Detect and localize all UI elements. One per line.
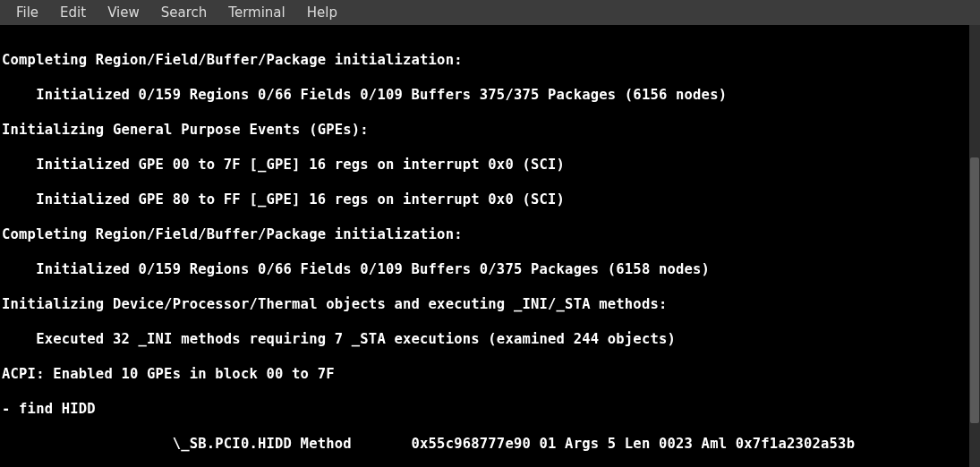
menu-view[interactable]: View <box>97 1 150 24</box>
terminal-line: \_SB.PCI0.HIDD Method 0x55c968777e90 01 … <box>0 436 980 454</box>
terminal-line: Initialized 0/159 Regions 0/66 Fields 0/… <box>0 87 980 105</box>
terminal-output[interactable]: Completing Region/Field/Buffer/Package i… <box>0 25 980 467</box>
menu-file[interactable]: File <box>5 1 49 24</box>
terminal-line: Initialized 0/159 Regions 0/66 Fields 0/… <box>0 261 980 279</box>
menu-terminal[interactable]: Terminal <box>217 1 295 24</box>
terminal-line: Initializing General Purpose Events (GPE… <box>0 122 980 140</box>
terminal-line: Initialized GPE 80 to FF [_GPE] 16 regs … <box>0 191 980 209</box>
menu-help[interactable]: Help <box>296 1 348 24</box>
terminal-line: Executed 32 _INI methods requiring 7 _ST… <box>0 331 980 349</box>
terminal-line: Completing Region/Field/Buffer/Package i… <box>0 226 980 244</box>
terminal-line: Completing Region/Field/Buffer/Package i… <box>0 52 980 70</box>
terminal-line: - find HIDD <box>0 401 980 419</box>
terminal-line: ACPI: Enabled 10 GPEs in block 00 to 7F <box>0 366 980 384</box>
menu-edit[interactable]: Edit <box>49 1 97 24</box>
scrollbar-thumb[interactable] <box>970 157 979 422</box>
terminal-line: Initializing Device/Processor/Thermal ob… <box>0 296 980 314</box>
menu-search[interactable]: Search <box>150 1 218 24</box>
terminal-line: Initialized GPE 00 to 7F [_GPE] 16 regs … <box>0 157 980 174</box>
scrollbar[interactable] <box>969 25 980 467</box>
menubar: File Edit View Search Terminal Help <box>0 0 980 25</box>
